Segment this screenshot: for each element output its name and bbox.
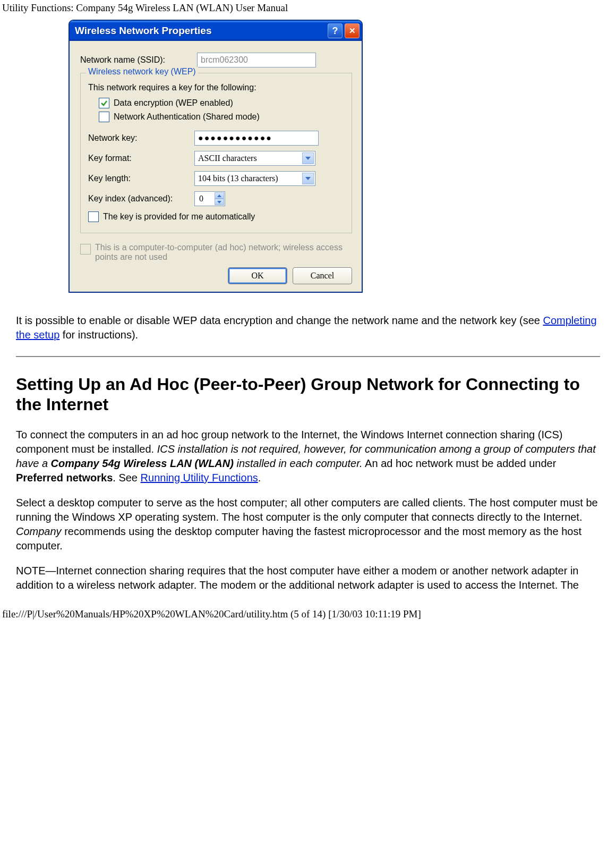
running-utility-link[interactable]: Running Utility Functions xyxy=(141,472,258,484)
key-format-label: Key format: xyxy=(88,154,194,163)
data-encryption-checkbox[interactable] xyxy=(99,98,109,108)
spin-down-icon[interactable] xyxy=(215,199,224,205)
page-header: Utility Functions: Company 54g Wireless … xyxy=(0,0,616,14)
wep-legend: Wireless network key (WEP) xyxy=(86,67,198,77)
key-length-value: 104 bits (13 characters) xyxy=(198,174,278,183)
paragraph-note: NOTE—Internet connection sharing require… xyxy=(16,564,600,592)
titlebar[interactable]: Wireless Network Properties ? ✕ xyxy=(70,21,362,41)
ssid-input: brcm062300 xyxy=(197,53,316,67)
section-heading: Setting Up an Ad Hoc (Peer-to-Peer) Grou… xyxy=(16,374,600,415)
key-length-label: Key length: xyxy=(88,174,194,183)
spin-up-icon[interactable] xyxy=(215,192,224,199)
network-key-label: Network key: xyxy=(88,133,194,143)
ssid-label: Network name (SSID): xyxy=(80,55,197,65)
divider xyxy=(16,356,600,357)
network-auth-label: Network Authentication (Shared mode) xyxy=(114,112,260,122)
cancel-button[interactable]: Cancel xyxy=(293,267,352,284)
adhoc-checkbox xyxy=(80,244,91,255)
help-button[interactable]: ? xyxy=(328,23,343,38)
paragraph-wep-note: It is possible to enable or disable WEP … xyxy=(16,313,600,342)
paragraph-host: Select a desktop computer to serve as th… xyxy=(16,496,600,553)
key-length-combo[interactable]: 104 bits (13 characters) xyxy=(194,171,315,186)
requires-text: This network requires a key for the foll… xyxy=(88,83,344,92)
svg-marker-2 xyxy=(217,194,221,197)
network-auth-checkbox[interactable] xyxy=(99,112,109,122)
help-icon: ? xyxy=(332,26,338,37)
auto-key-label: The key is provided for me automatically xyxy=(103,212,255,222)
chevron-down-icon xyxy=(302,173,314,184)
adhoc-label: This is a computer-to-computer (ad hoc) … xyxy=(95,243,352,262)
ok-button[interactable]: OK xyxy=(228,267,287,284)
svg-marker-3 xyxy=(217,201,221,203)
wireless-properties-dialog: Wireless Network Properties ? ✕ Network … xyxy=(69,20,362,292)
key-format-combo[interactable]: ASCII characters xyxy=(194,151,315,166)
key-format-value: ASCII characters xyxy=(198,154,257,163)
key-index-spinner[interactable]: 0 xyxy=(194,191,225,206)
svg-marker-0 xyxy=(305,157,311,160)
close-button[interactable]: ✕ xyxy=(345,23,360,38)
paragraph-ics: To connect the computers in an ad hoc gr… xyxy=(16,428,600,485)
wep-fieldset: Wireless network key (WEP) This network … xyxy=(80,73,352,233)
auto-key-checkbox[interactable] xyxy=(88,211,99,222)
chevron-down-icon xyxy=(302,152,314,164)
dialog-title: Wireless Network Properties xyxy=(75,25,326,37)
data-encryption-label: Data encryption (WEP enabled) xyxy=(114,98,233,108)
key-index-label: Key index (advanced): xyxy=(88,194,194,203)
close-icon: ✕ xyxy=(349,26,356,36)
key-index-value: 0 xyxy=(199,194,203,203)
svg-marker-1 xyxy=(305,177,311,180)
network-key-input[interactable]: ●●●●●●●●●●●● xyxy=(194,131,319,146)
page-footer: file:///P|/User%20Manuals/HP%20XP%20WLAN… xyxy=(0,603,616,620)
